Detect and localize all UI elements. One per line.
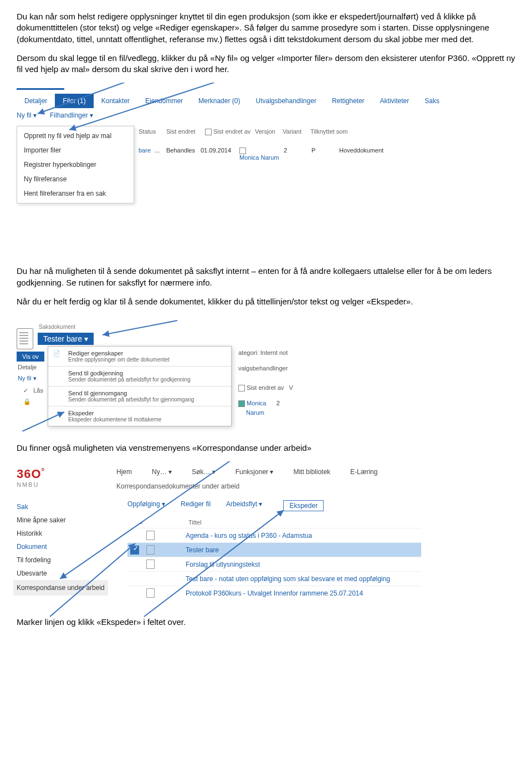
td-status: Behandles <box>166 147 201 161</box>
paragraph: Du finner også muligheten via venstremen… <box>17 442 515 454</box>
row-check[interactable] <box>127 546 142 554</box>
nav-ny[interactable]: Ny… ▾ <box>152 468 172 476</box>
row-title[interactable]: Protokoll P360kurs - Utvalget Innenfor r… <box>159 589 421 597</box>
action-row: Oppfølging ▾ Rediger fil Arbeidsflyt ▾ E… <box>127 500 324 511</box>
logo-nmbu: NMBU <box>17 481 39 488</box>
detaljer-tab[interactable]: Detalje <box>18 364 37 370</box>
tab-kontakter[interactable]: Kontakter <box>94 94 137 108</box>
table-header: Status Sist endret Sist endret av Versjo… <box>139 128 360 135</box>
ellipsis-icon[interactable]: … <box>154 147 166 161</box>
nav-funksjoner[interactable]: Funksjoner ▾ <box>236 468 274 476</box>
ny-fil-link[interactable]: Ny fil ▾ <box>18 375 37 382</box>
logo-360: 36O° <box>17 467 45 481</box>
right-column: ategori: Internt not valgsbehandlinger S… <box>238 348 293 418</box>
td-tk: Hoveddokument <box>339 147 395 161</box>
menu-label: Rediger egenskaper <box>68 350 226 357</box>
row-title[interactable]: Agenda - kurs og status i P360 - Adamstu… <box>159 532 421 540</box>
menu-label: Send til godkjenning <box>68 370 226 377</box>
filhandlinger-dropdown[interactable]: Filhandlinger ▾ <box>50 111 93 119</box>
list-row[interactable]: Forslag til utlysningstekst <box>127 557 421 572</box>
menu-label: Ekspeder <box>68 410 226 416</box>
file-icon <box>146 588 155 598</box>
menu-item-ny-filref[interactable]: Ny filreferanse <box>17 172 134 186</box>
table-row[interactable]: bare … Behandles 01.09.2014 Monica Narum… <box>139 147 395 161</box>
td-versjon: 2 <box>284 147 311 161</box>
action-oppfolging[interactable]: Oppfølging ▾ <box>127 500 165 511</box>
left-nav: Sak Mine åpne saker Historikk Dokument T… <box>17 500 108 596</box>
menu-sub: Sender dokumentet på arbeidsflyt for gje… <box>68 396 226 403</box>
breadcrumb: Korrespondansedokumenter under arbeid <box>116 482 239 490</box>
row-title[interactable]: Forslag til utlysningstekst <box>159 561 421 568</box>
th-status: Status <box>139 128 166 135</box>
checkbox-icon[interactable] <box>205 129 212 135</box>
menu-sub: Sender dokumentet på arbeidsflyt for god… <box>68 377 226 383</box>
nav-elaering[interactable]: E-Læring <box>350 468 377 476</box>
nav-item-selected[interactable]: Korrespondanse under arbeid <box>13 580 108 596</box>
row-title[interactable]: Test bare - notat uten oppfølging som sk… <box>159 575 421 583</box>
action-rediger[interactable]: Rediger fil <box>181 500 211 511</box>
tab-rettigheter[interactable]: Rettigheter <box>324 94 372 108</box>
vis-tab[interactable]: Vis ov <box>17 352 44 362</box>
th-sist-endret-av: Sist endret av <box>205 128 255 135</box>
nav-hjem[interactable]: Hjem <box>116 468 132 476</box>
tab-eiendommer[interactable]: Eiendommer <box>137 94 191 108</box>
list-row[interactable]: Test bare - notat uten oppfølging som sk… <box>127 572 421 586</box>
document-icon <box>17 328 33 349</box>
menu-sub: Ekspeder dokumentene til mottakerne <box>68 416 226 423</box>
paragraph: Du har nå muligheten til å sende dokumen… <box>17 266 515 288</box>
svg-line-2 <box>103 321 177 335</box>
checked-icon <box>130 546 139 554</box>
tab-aktiviteter[interactable]: Aktiviteter <box>372 94 417 108</box>
lock-icon: 🔒 <box>23 398 31 405</box>
tab-saks[interactable]: Saks <box>417 94 447 108</box>
top-nav: Hjem Ny… ▾ Søk… ▾ Funksjoner ▾ Mitt bibl… <box>116 468 377 476</box>
screenshot-1: Detaljer Filer (1) Kontakter Eiendommer … <box>17 83 493 249</box>
doc-type-label: Saksdokument <box>39 324 75 330</box>
ny-fil-dropdown[interactable]: Ny fil ▾ <box>17 111 37 119</box>
action-ekspeder[interactable]: Ekspeder <box>283 500 324 511</box>
menu-item-hent-filref[interactable]: Hent filreferanser fra en sak <box>17 186 134 201</box>
checkbox-icon[interactable] <box>239 147 246 154</box>
edit-icon: 📄 <box>53 350 60 357</box>
file-icon <box>146 531 155 540</box>
menu-item-opprett[interactable]: Opprett ny fil ved hjelp av mal <box>17 129 134 143</box>
nav-heading-dokument: Dokument <box>17 540 108 553</box>
list-row[interactable]: Agenda - kurs og status i P360 - Adamstu… <box>127 528 421 543</box>
check-icon[interactable]: ✓ <box>140 519 145 526</box>
list-row-selected[interactable]: Tester bare <box>127 543 421 557</box>
th-tilknyttet: Tilknyttet som <box>310 128 360 135</box>
active-tab-indicator <box>17 88 64 90</box>
menu-item-ekspeder[interactable]: Ekspeder Ekspeder dokumentene til mottak… <box>48 406 231 426</box>
nav-sok[interactable]: Søk… ▾ <box>192 468 216 476</box>
screenshot-2: Saksdokument Tester bare ▾ Vis ov Detalj… <box>17 315 349 426</box>
nav-item[interactable]: Historikk <box>17 527 108 540</box>
menu-item-importer[interactable]: Importer filer <box>17 143 134 157</box>
tab-detaljer[interactable]: Detaljer <box>17 94 55 108</box>
list-row[interactable]: Protokoll P360kurs - Utvalget Innenfor r… <box>127 586 421 600</box>
menu-item-hyperkoblinger[interactable]: Registrer hyperkoblinger <box>17 157 134 172</box>
checkbox-icon[interactable] <box>238 400 245 407</box>
name-label: Monica <box>247 400 266 406</box>
nav-item[interactable]: Ubesvarte <box>17 567 108 580</box>
tab-utvalg[interactable]: Utvalgsbehandlinger <box>248 94 324 108</box>
td-dato: 01.09.2014 <box>201 147 239 161</box>
nav-item[interactable]: Til fordeling <box>17 553 108 567</box>
action-arbeidsflyt[interactable]: Arbeidsflyt ▾ <box>226 500 262 511</box>
tab-bar: Detaljer Filer (1) Kontakter Eiendommer … <box>17 94 447 108</box>
menu-item-godkjenning[interactable]: Send til godkjenning Sender dokumentet p… <box>48 367 231 386</box>
nav-bibliotek[interactable]: Mitt bibliotek <box>293 468 330 476</box>
doc-title-dropdown[interactable]: Tester bare ▾ <box>38 333 94 345</box>
paragraph: Du kan når som helst redigere opplysning… <box>17 11 515 45</box>
menu-label: Send til gjennomgang <box>68 390 226 396</box>
checkbox-icon[interactable] <box>238 385 245 391</box>
menu-item-gjennomgang[interactable]: Send til gjennomgang Sender dokumentet p… <box>48 386 231 406</box>
las-label: ✓ Lås <box>23 387 43 394</box>
paragraph: Når du er helt ferdig og klar til å send… <box>17 296 515 307</box>
ny-fil-menu: Opprett ny fil ved hjelp av mal Importer… <box>17 126 134 204</box>
tab-merknader[interactable]: Merknader (0) <box>191 94 248 108</box>
menu-item-rediger[interactable]: 📄 Rediger egenskaper Endre opplysninger … <box>48 347 231 367</box>
row-title[interactable]: Tester bare <box>159 546 421 554</box>
tab-filer[interactable]: Filer (1) <box>55 94 93 108</box>
nav-item[interactable]: Mine åpne saker <box>17 513 108 527</box>
th-versjon: Versjon <box>255 128 283 135</box>
